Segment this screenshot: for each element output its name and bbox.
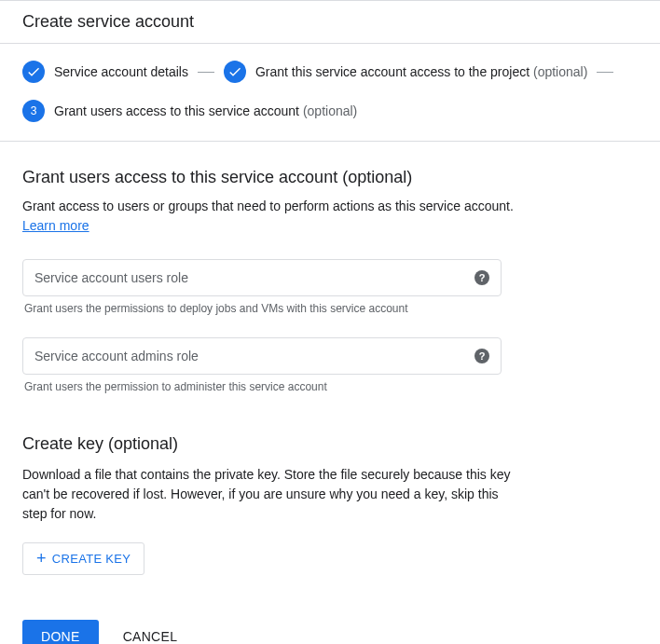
stepper: Service account details Grant this servi… <box>0 44 660 142</box>
check-icon <box>22 61 45 83</box>
page-header: Create service account <box>0 1 660 44</box>
step-1-label: Service account details <box>54 64 188 79</box>
admins-role-input-wrap[interactable]: ? <box>22 337 502 375</box>
content: Grant users access to this service accou… <box>0 142 660 644</box>
admins-role-field-group: ? Grant users the permission to administ… <box>22 337 502 393</box>
done-button[interactable]: DONE <box>22 620 99 644</box>
create-key-title: Create key (optional) <box>22 434 638 454</box>
step-3-label: Grant users access to this service accou… <box>54 103 357 118</box>
users-role-hint: Grant users the permissions to deploy jo… <box>22 302 502 315</box>
users-role-input[interactable] <box>34 270 474 285</box>
page-title: Create service account <box>22 12 638 32</box>
step-2-label: Grant this service account access to the… <box>255 64 587 79</box>
step-number-icon: 3 <box>22 100 45 122</box>
step-connector <box>198 72 214 73</box>
users-role-input-wrap[interactable]: ? <box>22 259 502 296</box>
admins-role-input[interactable] <box>34 349 474 363</box>
step-1[interactable]: Service account details <box>22 61 188 83</box>
create-key-button-label: CREATE KEY <box>52 552 131 566</box>
help-icon[interactable]: ? <box>474 349 489 363</box>
admins-role-hint: Grant users the permission to administer… <box>22 380 502 393</box>
step-3[interactable]: 3 Grant users access to this service acc… <box>22 100 357 122</box>
create-key-section: Create key (optional) Download a file th… <box>22 434 638 575</box>
plus-icon: + <box>36 553 47 565</box>
grant-users-title: Grant users access to this service accou… <box>22 168 638 187</box>
help-icon[interactable]: ? <box>474 270 489 285</box>
cancel-button[interactable]: CANCEL <box>123 629 178 644</box>
create-key-button[interactable]: + CREATE KEY <box>22 542 144 575</box>
step-connector <box>597 72 613 73</box>
grant-users-description: Grant access to users or groups that nee… <box>22 199 526 213</box>
create-key-description: Download a file that contains the privat… <box>22 465 526 524</box>
action-buttons: DONE CANCEL <box>22 620 638 644</box>
step-2[interactable]: Grant this service account access to the… <box>224 61 587 83</box>
learn-more-link[interactable]: Learn more <box>22 218 89 233</box>
users-role-field-group: ? Grant users the permissions to deploy … <box>22 259 502 315</box>
check-icon <box>224 61 246 83</box>
